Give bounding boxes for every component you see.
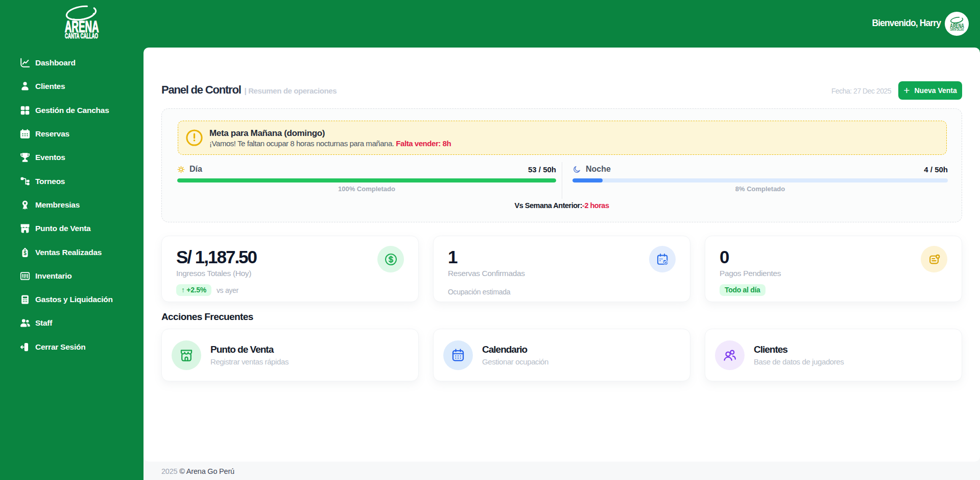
svg-text:$: $	[23, 250, 27, 256]
svg-text:CANTA CALLAO: CANTA CALLAO	[950, 27, 964, 31]
svg-text:CANTA CALLAO: CANTA CALLAO	[65, 31, 98, 40]
